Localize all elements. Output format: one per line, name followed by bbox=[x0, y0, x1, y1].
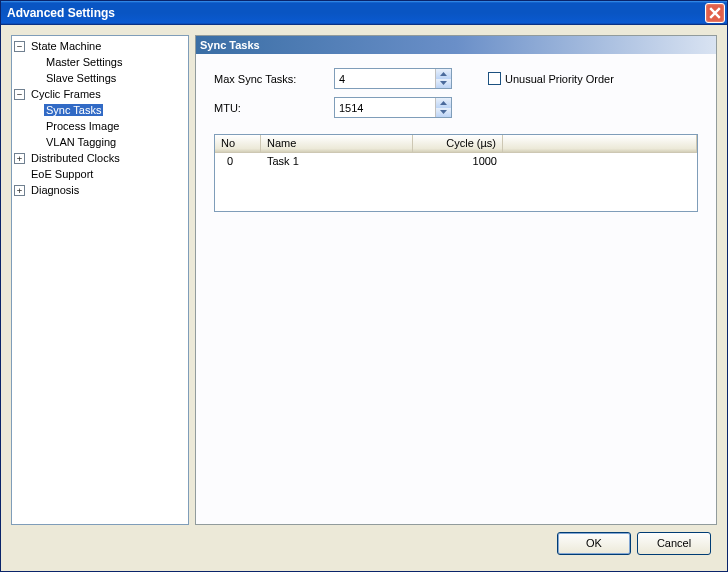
cell-no: 0 bbox=[215, 155, 261, 167]
chevron-up-icon bbox=[440, 72, 447, 76]
tree-item-slave-settings[interactable]: Slave Settings bbox=[29, 70, 186, 86]
expand-icon[interactable]: + bbox=[14, 185, 25, 196]
close-button[interactable] bbox=[705, 3, 725, 23]
close-icon bbox=[709, 7, 721, 19]
max-sync-row: Max Sync Tasks: 4 Unusual Priority Order bbox=[214, 68, 698, 89]
tree-label: Master Settings bbox=[44, 56, 124, 68]
tree-item-master-settings[interactable]: Master Settings bbox=[29, 54, 186, 70]
settings-panel: Sync Tasks Max Sync Tasks: 4 bbox=[195, 35, 717, 525]
table-row[interactable]: 0 Task 1 1000 bbox=[215, 153, 697, 169]
dialog-buttons: OK Cancel bbox=[11, 525, 717, 561]
checkbox-icon bbox=[488, 72, 501, 85]
tree-label: Process Image bbox=[44, 120, 121, 132]
spinner-buttons bbox=[435, 98, 451, 117]
tree-panel[interactable]: − State Machine Master Settings Slave Se… bbox=[11, 35, 189, 525]
advanced-settings-dialog: Advanced Settings − State Machine Maste bbox=[0, 0, 728, 572]
dialog-body: − State Machine Master Settings Slave Se… bbox=[1, 25, 727, 571]
col-name[interactable]: Name bbox=[261, 135, 413, 152]
tree-item-diagnosis[interactable]: + Diagnosis bbox=[14, 182, 186, 198]
ok-button[interactable]: OK bbox=[557, 532, 631, 555]
unusual-priority-checkbox[interactable]: Unusual Priority Order bbox=[488, 72, 614, 85]
col-no[interactable]: No bbox=[215, 135, 261, 152]
mtu-value: 1514 bbox=[339, 102, 363, 114]
cancel-button[interactable]: Cancel bbox=[637, 532, 711, 555]
spinner-down-button[interactable] bbox=[436, 108, 451, 118]
tree-label: Sync Tasks bbox=[44, 104, 103, 116]
tree-label: Cyclic Frames bbox=[29, 88, 103, 100]
spinner-down-button[interactable] bbox=[436, 79, 451, 89]
content-row: − State Machine Master Settings Slave Se… bbox=[11, 35, 717, 525]
max-sync-input[interactable]: 4 bbox=[334, 68, 452, 89]
window-title: Advanced Settings bbox=[7, 6, 115, 20]
mtu-row: MTU: 1514 bbox=[214, 97, 698, 118]
max-sync-value: 4 bbox=[339, 73, 345, 85]
cell-cycle: 1000 bbox=[413, 155, 503, 167]
chevron-up-icon bbox=[440, 101, 447, 105]
titlebar: Advanced Settings bbox=[1, 1, 727, 25]
tree-label: Diagnosis bbox=[29, 184, 81, 196]
col-cycle[interactable]: Cycle (µs) bbox=[413, 135, 503, 152]
tree-item-cyclic-frames[interactable]: − Cyclic Frames bbox=[14, 86, 186, 102]
tree-item-sync-tasks[interactable]: Sync Tasks bbox=[29, 102, 186, 118]
cell-name: Task 1 bbox=[261, 155, 413, 167]
chevron-down-icon bbox=[440, 81, 447, 85]
tree-label: VLAN Tagging bbox=[44, 136, 118, 148]
spinner-buttons bbox=[435, 69, 451, 88]
chevron-down-icon bbox=[440, 110, 447, 114]
tree-item-distributed-clocks[interactable]: + Distributed Clocks bbox=[14, 150, 186, 166]
tree-label: Distributed Clocks bbox=[29, 152, 122, 164]
max-sync-label: Max Sync Tasks: bbox=[214, 73, 334, 85]
nav-tree: − State Machine Master Settings Slave Se… bbox=[14, 38, 186, 198]
tree-item-state-machine[interactable]: − State Machine bbox=[14, 38, 186, 54]
spinner-up-button[interactable] bbox=[436, 98, 451, 108]
mtu-label: MTU: bbox=[214, 102, 334, 114]
tree-label: EoE Support bbox=[29, 168, 95, 180]
mtu-input[interactable]: 1514 bbox=[334, 97, 452, 118]
tree-item-eoe-support[interactable]: EoE Support bbox=[14, 166, 186, 182]
col-spacer bbox=[503, 135, 697, 152]
tree-label: Slave Settings bbox=[44, 72, 118, 84]
unusual-priority-label: Unusual Priority Order bbox=[505, 73, 614, 85]
tree-item-vlan-tagging[interactable]: VLAN Tagging bbox=[29, 134, 186, 150]
collapse-icon[interactable]: − bbox=[14, 89, 25, 100]
tree-item-process-image[interactable]: Process Image bbox=[29, 118, 186, 134]
tree-label: State Machine bbox=[29, 40, 103, 52]
panel-header: Sync Tasks bbox=[196, 36, 716, 54]
collapse-icon[interactable]: − bbox=[14, 41, 25, 52]
expand-icon[interactable]: + bbox=[14, 153, 25, 164]
table-header: No Name Cycle (µs) bbox=[215, 135, 697, 153]
tasks-table: No Name Cycle (µs) 0 Task 1 1000 bbox=[214, 134, 698, 212]
panel-body: Max Sync Tasks: 4 Unusual Priority Order bbox=[196, 54, 716, 524]
spinner-up-button[interactable] bbox=[436, 69, 451, 79]
